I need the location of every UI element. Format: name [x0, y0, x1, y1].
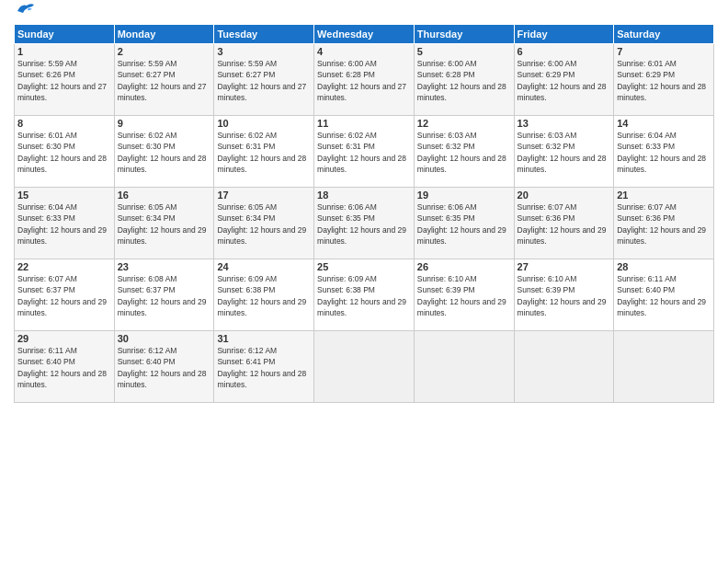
day-number: 17 — [217, 190, 311, 201]
day-number: 10 — [217, 118, 311, 129]
logo-bird-icon — [16, 2, 36, 18]
calendar-cell — [314, 331, 415, 403]
col-monday: Monday — [114, 25, 214, 44]
calendar-cell: 11Sunrise: 6:02 AMSunset: 6:31 PMDayligh… — [314, 116, 415, 188]
day-info: Sunrise: 6:08 AMSunset: 6:37 PMDaylight:… — [118, 273, 211, 318]
day-number: 6 — [518, 46, 611, 57]
calendar-cell: 3Sunrise: 5:59 AMSunset: 6:27 PMDaylight… — [214, 44, 314, 116]
day-number: 30 — [118, 333, 211, 344]
day-number: 29 — [17, 333, 111, 344]
day-number: 20 — [518, 190, 611, 201]
calendar-cell: 7Sunrise: 6:01 AMSunset: 6:29 PMDaylight… — [614, 44, 714, 116]
day-info: Sunrise: 6:02 AMSunset: 6:31 PMDaylight:… — [317, 130, 411, 175]
day-number: 25 — [317, 261, 411, 272]
day-info: Sunrise: 6:11 AMSunset: 6:40 PMDaylight:… — [617, 273, 711, 318]
calendar-cell: 16Sunrise: 6:05 AMSunset: 6:34 PMDayligh… — [114, 188, 214, 259]
calendar-cell: 1Sunrise: 5:59 AMSunset: 6:26 PMDaylight… — [15, 44, 115, 116]
day-number: 19 — [417, 190, 511, 201]
calendar-table: SundayMondayTuesdayWednesdayThursdayFrid… — [14, 24, 714, 403]
calendar-cell: 12Sunrise: 6:03 AMSunset: 6:32 PMDayligh… — [414, 116, 514, 188]
day-info: Sunrise: 6:03 AMSunset: 6:32 PMDaylight:… — [417, 130, 511, 175]
day-number: 2 — [118, 46, 211, 57]
header — [14, 9, 714, 18]
calendar-cell: 20Sunrise: 6:07 AMSunset: 6:36 PMDayligh… — [514, 188, 614, 259]
day-info: Sunrise: 6:06 AMSunset: 6:35 PMDaylight:… — [317, 201, 411, 247]
calendar-cell: 8Sunrise: 6:01 AMSunset: 6:30 PMDaylight… — [15, 116, 115, 188]
day-info: Sunrise: 6:09 AMSunset: 6:38 PMDaylight:… — [317, 273, 411, 318]
col-sunday: Sunday — [15, 25, 115, 44]
calendar-cell: 14Sunrise: 6:04 AMSunset: 6:33 PMDayligh… — [614, 116, 714, 188]
calendar-cell: 30Sunrise: 6:12 AMSunset: 6:40 PMDayligh… — [114, 331, 214, 403]
day-info: Sunrise: 6:06 AMSunset: 6:35 PMDaylight:… — [417, 201, 511, 247]
day-info: Sunrise: 6:00 AMSunset: 6:29 PMDaylight:… — [518, 58, 611, 103]
day-info: Sunrise: 6:07 AMSunset: 6:36 PMDaylight:… — [518, 201, 611, 247]
calendar-cell: 22Sunrise: 6:07 AMSunset: 6:37 PMDayligh… — [15, 259, 115, 331]
day-number: 26 — [417, 261, 511, 272]
day-info: Sunrise: 6:10 AMSunset: 6:39 PMDaylight:… — [417, 273, 511, 318]
week-row-4: 22Sunrise: 6:07 AMSunset: 6:37 PMDayligh… — [15, 259, 714, 331]
col-tuesday: Tuesday — [214, 25, 314, 44]
week-row-1: 1Sunrise: 5:59 AMSunset: 6:26 PMDaylight… — [15, 44, 714, 116]
calendar-cell: 26Sunrise: 6:10 AMSunset: 6:39 PMDayligh… — [414, 259, 514, 331]
calendar-cell — [614, 331, 714, 403]
day-number: 21 — [617, 190, 711, 201]
calendar-cell: 18Sunrise: 6:06 AMSunset: 6:35 PMDayligh… — [314, 188, 415, 259]
calendar-cell: 17Sunrise: 6:05 AMSunset: 6:34 PMDayligh… — [214, 188, 314, 259]
day-number: 3 — [217, 46, 311, 57]
day-number: 9 — [118, 118, 211, 129]
day-info: Sunrise: 6:07 AMSunset: 6:36 PMDaylight:… — [617, 201, 711, 247]
logo — [14, 9, 36, 18]
day-number: 5 — [417, 46, 511, 57]
calendar-cell: 21Sunrise: 6:07 AMSunset: 6:36 PMDayligh… — [614, 188, 714, 259]
calendar-cell: 5Sunrise: 6:00 AMSunset: 6:28 PMDaylight… — [414, 44, 514, 116]
calendar-cell: 24Sunrise: 6:09 AMSunset: 6:38 PMDayligh… — [214, 259, 314, 331]
day-info: Sunrise: 6:00 AMSunset: 6:28 PMDaylight:… — [317, 58, 411, 103]
day-number: 4 — [317, 46, 411, 57]
calendar-cell: 27Sunrise: 6:10 AMSunset: 6:39 PMDayligh… — [514, 259, 614, 331]
calendar-cell: 4Sunrise: 6:00 AMSunset: 6:28 PMDaylight… — [314, 44, 415, 116]
day-number: 24 — [217, 261, 311, 272]
page: SundayMondayTuesdayWednesdayThursdayFrid… — [0, 0, 728, 563]
day-info: Sunrise: 6:10 AMSunset: 6:39 PMDaylight:… — [518, 273, 611, 318]
calendar-cell — [414, 331, 514, 403]
calendar-cell: 19Sunrise: 6:06 AMSunset: 6:35 PMDayligh… — [414, 188, 514, 259]
calendar-cell: 10Sunrise: 6:02 AMSunset: 6:31 PMDayligh… — [214, 116, 314, 188]
day-number: 18 — [317, 190, 411, 201]
day-info: Sunrise: 6:04 AMSunset: 6:33 PMDaylight:… — [617, 130, 711, 175]
calendar-cell: 2Sunrise: 5:59 AMSunset: 6:27 PMDaylight… — [114, 44, 214, 116]
day-info: Sunrise: 6:04 AMSunset: 6:33 PMDaylight:… — [17, 201, 111, 247]
calendar-cell: 28Sunrise: 6:11 AMSunset: 6:40 PMDayligh… — [614, 259, 714, 331]
calendar-cell: 31Sunrise: 6:12 AMSunset: 6:41 PMDayligh… — [214, 331, 314, 403]
day-number: 11 — [317, 118, 411, 129]
week-row-5: 29Sunrise: 6:11 AMSunset: 6:40 PMDayligh… — [15, 331, 714, 403]
day-info: Sunrise: 6:01 AMSunset: 6:29 PMDaylight:… — [617, 58, 711, 103]
week-row-2: 8Sunrise: 6:01 AMSunset: 6:30 PMDaylight… — [15, 116, 714, 188]
calendar-cell: 25Sunrise: 6:09 AMSunset: 6:38 PMDayligh… — [314, 259, 415, 331]
day-info: Sunrise: 6:01 AMSunset: 6:30 PMDaylight:… — [17, 130, 111, 175]
calendar-cell: 13Sunrise: 6:03 AMSunset: 6:32 PMDayligh… — [514, 116, 614, 188]
col-thursday: Thursday — [414, 25, 514, 44]
calendar-cell: 9Sunrise: 6:02 AMSunset: 6:30 PMDaylight… — [114, 116, 214, 188]
day-number: 23 — [118, 261, 211, 272]
day-number: 14 — [617, 118, 711, 129]
day-number: 16 — [118, 190, 211, 201]
day-number: 28 — [617, 261, 711, 272]
col-saturday: Saturday — [614, 25, 714, 44]
day-info: Sunrise: 6:02 AMSunset: 6:31 PMDaylight:… — [217, 130, 311, 175]
calendar-cell: 29Sunrise: 6:11 AMSunset: 6:40 PMDayligh… — [15, 331, 115, 403]
day-number: 8 — [17, 118, 111, 129]
day-info: Sunrise: 6:12 AMSunset: 6:40 PMDaylight:… — [118, 345, 211, 390]
day-number: 7 — [617, 46, 711, 57]
day-info: Sunrise: 6:02 AMSunset: 6:30 PMDaylight:… — [118, 130, 211, 175]
day-number: 22 — [17, 261, 111, 272]
day-info: Sunrise: 6:12 AMSunset: 6:41 PMDaylight:… — [217, 345, 311, 390]
calendar-cell: 15Sunrise: 6:04 AMSunset: 6:33 PMDayligh… — [15, 188, 115, 259]
day-number: 15 — [17, 190, 111, 201]
calendar-cell: 6Sunrise: 6:00 AMSunset: 6:29 PMDaylight… — [514, 44, 614, 116]
week-row-3: 15Sunrise: 6:04 AMSunset: 6:33 PMDayligh… — [15, 188, 714, 259]
day-number: 12 — [417, 118, 511, 129]
day-info: Sunrise: 6:00 AMSunset: 6:28 PMDaylight:… — [417, 58, 511, 103]
calendar-cell — [514, 331, 614, 403]
day-info: Sunrise: 5:59 AMSunset: 6:27 PMDaylight:… — [118, 58, 211, 103]
day-info: Sunrise: 6:03 AMSunset: 6:32 PMDaylight:… — [518, 130, 611, 175]
